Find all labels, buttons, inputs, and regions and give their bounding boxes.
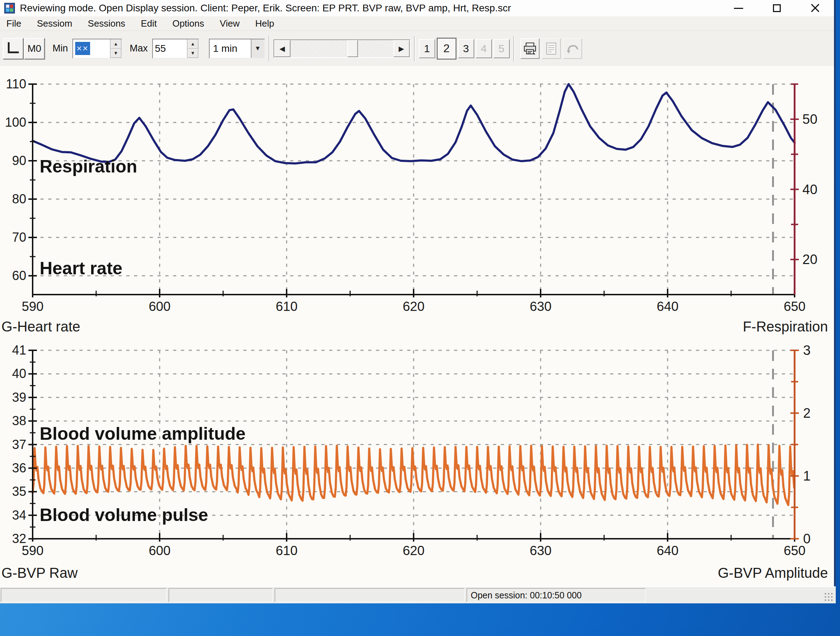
print-button[interactable] — [520, 38, 540, 59]
undo-button[interactable] — [563, 38, 582, 59]
menu-item-sessiom[interactable]: Sessiom — [29, 18, 80, 29]
screen-page-button-4[interactable]: 4 — [476, 39, 492, 58]
svg-text:600: 600 — [148, 299, 171, 314]
menu-item-view[interactable]: View — [212, 18, 248, 29]
chart-g-bvp-raw: Blood volume amplitudeBlood volume pulse… — [2, 343, 828, 581]
svg-text:0: 0 — [803, 531, 810, 546]
max-spin-up[interactable]: ▲ — [188, 40, 198, 49]
svg-text:640: 640 — [657, 543, 679, 558]
screen-page-button-5[interactable]: 5 — [493, 39, 510, 58]
minimize-button[interactable] — [730, 0, 747, 16]
menu-item-edit[interactable]: Edit — [133, 18, 164, 29]
svg-text:610: 610 — [276, 299, 298, 314]
chart-title-right: F-Respiration — [743, 319, 828, 334]
status-segment — [275, 588, 465, 602]
printer-icon — [523, 42, 537, 55]
status-open-session: Open session: 00:10:50 000 — [466, 588, 646, 602]
chart-annotation: Blood volume amplitude — [40, 424, 246, 444]
svg-text:20: 20 — [802, 252, 817, 267]
svg-text:34: 34 — [12, 508, 26, 522]
svg-text:90: 90 — [12, 153, 26, 168]
svg-text:640: 640 — [657, 299, 679, 314]
screen-page-button-1[interactable]: 1 — [419, 39, 435, 58]
svg-text:50: 50 — [802, 112, 817, 127]
close-button[interactable] — [807, 0, 823, 16]
svg-text:610: 610 — [276, 543, 298, 558]
chart-title-left: G-Heart rate — [2, 319, 80, 334]
svg-text:38: 38 — [12, 413, 26, 428]
svg-text:35: 35 — [12, 484, 26, 498]
window-title: Reviewing mode. Open Display session. Cl… — [20, 3, 511, 14]
svg-text:40: 40 — [802, 182, 817, 197]
svg-text:630: 630 — [530, 299, 552, 314]
chart-annotation: Respiration — [40, 157, 137, 176]
min-spin-down[interactable]: ▼ — [111, 49, 121, 58]
svg-text:600: 600 — [148, 543, 171, 558]
time-interval-combo[interactable]: 1 min ▼ — [209, 39, 265, 59]
svg-text:36: 36 — [12, 461, 26, 475]
svg-text:37: 37 — [12, 437, 26, 452]
svg-text:630: 630 — [530, 543, 552, 558]
svg-text:590: 590 — [22, 543, 44, 558]
timeline-scrollbar[interactable]: ◀ ▶ — [273, 40, 411, 58]
toolbar: M0 Min ×× ▲ ▼ Max 55 ▲ ▼ 1 min ▼ ◀ — [0, 31, 834, 66]
menu-bar: FileSessiomSessionsEditOptionsViewHelp — [0, 16, 834, 31]
chart-g-heart-rate: RespirationHeart rate1101009080706059060… — [2, 77, 828, 334]
time-interval-value: 1 min — [210, 43, 251, 54]
close-icon — [810, 3, 820, 13]
maximize-button[interactable] — [769, 0, 785, 16]
axis-corner-icon — [8, 42, 19, 53]
combo-dropdown-icon[interactable]: ▼ — [251, 40, 264, 58]
scroll-right-button[interactable]: ▶ — [393, 40, 410, 57]
charts-canvas[interactable]: RespirationHeart rate1101009080706059060… — [0, 66, 834, 586]
svg-text:70: 70 — [12, 230, 26, 245]
max-label: Max — [130, 43, 148, 54]
report-icon — [545, 42, 557, 55]
status-segment — [1, 588, 167, 602]
m0-button[interactable]: M0 — [24, 38, 45, 59]
svg-text:60: 60 — [12, 268, 26, 283]
title-bar: Reviewing mode. Open Display session. Cl… — [0, 0, 834, 16]
series-blood-volume-pulse — [33, 445, 794, 505]
toolbar-separator — [414, 36, 415, 62]
chart-annotation: Blood volume pulse — [40, 505, 208, 525]
svg-text:3: 3 — [803, 343, 810, 358]
min-spinbox[interactable]: ×× ▲ ▼ — [73, 39, 122, 59]
status-bar: Open session: 00:10:50 000 — [0, 586, 836, 603]
minimize-icon — [734, 8, 743, 9]
svg-text:2: 2 — [803, 406, 810, 421]
svg-text:620: 620 — [403, 543, 425, 558]
page-buttons: 12345 — [419, 38, 510, 60]
svg-text:41: 41 — [12, 343, 26, 358]
svg-text:1: 1 — [803, 468, 810, 483]
svg-text:80: 80 — [12, 191, 26, 206]
scroll-left-button[interactable]: ◀ — [274, 40, 291, 57]
screen-page-button-2[interactable]: 2 — [437, 38, 456, 60]
report-button[interactable] — [542, 38, 561, 59]
max-spinbox[interactable]: 55 ▲ ▼ — [152, 39, 199, 59]
chart-title-left: G-BVP Raw — [2, 565, 78, 581]
axis-corner-button[interactable] — [3, 38, 24, 59]
scrollbar-thumb[interactable] — [347, 40, 358, 57]
svg-text:590: 590 — [22, 299, 44, 314]
chart-annotation: Heart rate — [40, 258, 122, 278]
screen-page-button-3[interactable]: 3 — [458, 39, 474, 58]
menu-item-options[interactable]: Options — [164, 18, 212, 29]
menu-item-file[interactable]: File — [3, 18, 29, 29]
svg-text:650: 650 — [783, 299, 805, 314]
undo-arrow-icon — [566, 43, 579, 54]
max-spin-down[interactable]: ▼ — [188, 49, 198, 58]
app-window: Reviewing mode. Open Display session. Cl… — [0, 0, 836, 603]
max-value: 55 — [153, 40, 187, 58]
svg-text:110: 110 — [6, 77, 26, 91]
min-spin-up[interactable]: ▲ — [111, 40, 121, 49]
menu-item-help[interactable]: Help — [247, 18, 282, 29]
scrollbar-track[interactable] — [291, 40, 393, 57]
resize-grip[interactable] — [824, 593, 834, 602]
svg-text:650: 650 — [783, 543, 805, 558]
chart-title-right: G-BVP Amplitude — [718, 565, 828, 581]
menu-item-sessions[interactable]: Sessions — [80, 18, 133, 29]
svg-text:40: 40 — [12, 366, 26, 381]
maximize-icon — [773, 4, 781, 12]
status-segment — [169, 588, 273, 602]
